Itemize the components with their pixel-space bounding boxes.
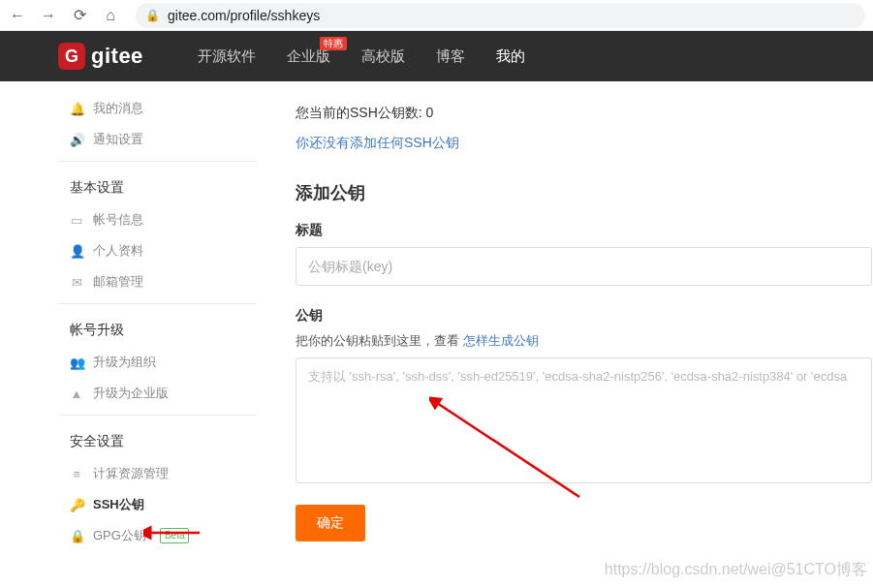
home-icon[interactable]: ⌂ — [101, 7, 120, 24]
up-icon: ▲ — [70, 387, 83, 401]
sidebar-item-account[interactable]: ▭帐号信息 — [58, 204, 257, 235]
user-icon: 👤 — [70, 244, 83, 259]
no-keys-link[interactable]: 你还没有添加任何SSH公钥 — [296, 135, 459, 150]
id-icon: ▭ — [70, 213, 83, 228]
lock-icon: 🔒 — [145, 9, 160, 22]
pubkey-textarea[interactable] — [296, 357, 872, 483]
forward-icon[interactable]: → — [39, 7, 58, 24]
sidebar-title-upgrade: 帐号升级 — [58, 316, 257, 347]
sidebar-item-email[interactable]: ✉邮箱管理 — [58, 266, 257, 297]
sidebar-group-basic: 基本设置 ▭帐号信息 👤个人资料 ✉邮箱管理 — [58, 162, 257, 304]
key-icon: 🔑 — [70, 498, 83, 512]
sidebar-title-security: 安全设置 — [58, 427, 257, 458]
nav-university[interactable]: 高校版 — [346, 31, 421, 81]
volume-icon: 🔊 — [70, 133, 83, 147]
sidebar-title-basic: 基本设置 — [58, 173, 257, 204]
sidebar-item-org[interactable]: 👥升级为组织 — [58, 347, 257, 378]
sidebar-group-upgrade: 帐号升级 👥升级为组织 ▲升级为企业版 — [58, 304, 257, 416]
list-icon: ≡ — [70, 467, 83, 481]
logo-icon: G — [58, 43, 85, 70]
add-key-title: 添加公钥 — [296, 181, 873, 204]
pubkey-label: 公钥 — [296, 307, 873, 325]
page-container: 🔔我的消息 🔊通知设置 基本设置 ▭帐号信息 👤个人资料 ✉邮箱管理 帐号升级 … — [0, 81, 873, 557]
beta-badge: Beta — [160, 528, 190, 543]
pubkey-hint: 把你的公钥粘贴到这里，查看 怎样生成公钥 — [296, 332, 873, 350]
nav-blog[interactable]: 博客 — [421, 31, 481, 81]
nav-enterprise[interactable]: 企业版 特惠 — [271, 31, 346, 81]
sidebar: 🔔我的消息 🔊通知设置 基本设置 ▭帐号信息 👤个人资料 ✉邮箱管理 帐号升级 … — [58, 81, 257, 557]
sidebar-item-compute[interactable]: ≡计算资源管理 — [58, 458, 257, 489]
back-icon[interactable]: ← — [8, 7, 27, 24]
bell-icon: 🔔 — [70, 102, 83, 116]
title-input[interactable] — [296, 247, 872, 286]
browser-toolbar: ← → ⟳ ⌂ 🔒 gitee.com/profile/sshkeys — [0, 0, 873, 31]
sidebar-item-gpgkeys[interactable]: 🔒GPG公钥Beta — [58, 520, 257, 551]
nav-badge: 特惠 — [320, 37, 347, 50]
sidebar-group-security: 安全设置 ≡计算资源管理 🔑SSH公钥 🔒GPG公钥Beta — [58, 416, 257, 557]
sidebar-item-profile[interactable]: 👤个人资料 — [58, 235, 257, 266]
address-bar[interactable]: 🔒 gitee.com/profile/sshkeys — [136, 3, 865, 28]
nav-mine[interactable]: 我的 — [481, 31, 541, 81]
logo-text: gitee — [91, 44, 143, 69]
lock-icon: 🔒 — [70, 529, 83, 543]
sidebar-item-messages[interactable]: 🔔我的消息 — [58, 93, 257, 124]
logo[interactable]: G gitee — [58, 43, 143, 70]
top-nav: G gitee 开源软件 企业版 特惠 高校版 博客 我的 — [0, 31, 873, 81]
mail-icon: ✉ — [70, 275, 83, 290]
title-label: 标题 — [296, 222, 873, 239]
sidebar-item-notify[interactable]: 🔊通知设置 — [58, 124, 257, 155]
group-icon: 👥 — [70, 356, 83, 370]
watermark: https://blog.csdn.net/wei@51CTO博客 — [605, 560, 867, 580]
sidebar-item-enterprise[interactable]: ▲升级为企业版 — [58, 378, 257, 409]
url-text: gitee.com/profile/sshkeys — [168, 8, 320, 23]
sidebar-item-sshkeys[interactable]: 🔑SSH公钥 — [58, 489, 257, 520]
main-content: 您当前的SSH公钥数: 0 你还没有添加任何SSH公钥 添加公钥 标题 公钥 把… — [257, 81, 873, 557]
pubkey-hint-link[interactable]: 怎样生成公钥 — [463, 333, 539, 348]
nav-opensource[interactable]: 开源软件 — [182, 31, 271, 81]
reload-icon[interactable]: ⟳ — [70, 6, 89, 24]
sidebar-group-messages: 🔔我的消息 🔊通知设置 — [58, 81, 257, 162]
submit-button[interactable]: 确定 — [296, 505, 365, 542]
ssh-count-text: 您当前的SSH公钥数: 0 — [296, 105, 873, 122]
